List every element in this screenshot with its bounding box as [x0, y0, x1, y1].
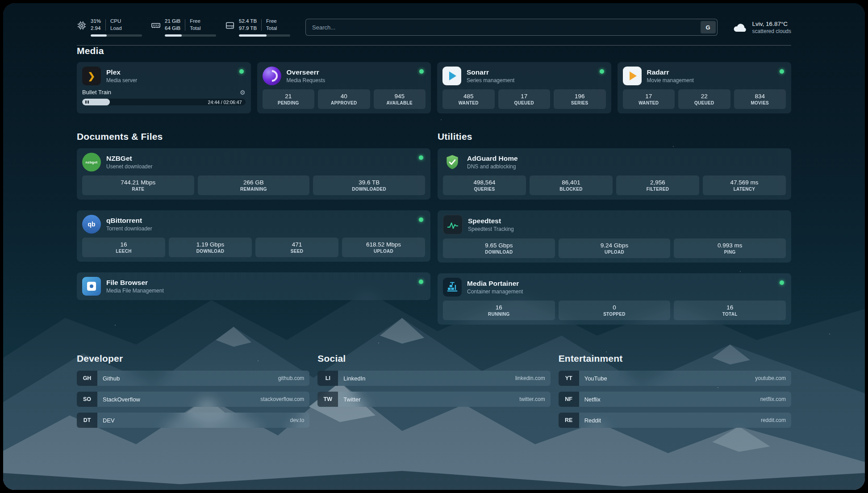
stat-filtered: 2,956FILTERED — [616, 175, 699, 195]
stat-running: 16RUNNING — [443, 301, 555, 320]
bookmarks-developer: Developer GH Github github.com SO StackO… — [77, 353, 309, 428]
bookmark-linkedin[interactable]: LI LinkedIn linkedin.com — [317, 371, 550, 386]
pause-button[interactable] — [85, 100, 89, 104]
bookmark-name: DEV — [103, 417, 115, 424]
stat-pending: 21PENDING — [263, 89, 315, 109]
ram-total-label: Total — [190, 25, 200, 32]
now-playing-title: Bullet Train — [82, 89, 111, 96]
bookmark-abbr: YT — [559, 371, 579, 386]
search-input[interactable] — [306, 24, 699, 31]
stat-available: 945AVAILABLE — [374, 89, 426, 109]
search-provider-button[interactable]: G — [701, 21, 716, 33]
bookmark-stackoverflow[interactable]: SO StackOverflow stackoverflow.com — [77, 392, 309, 407]
cpu-load-value: 2.94 — [91, 25, 101, 32]
playback-time: 24:44 / 02:06:47 — [208, 100, 242, 105]
section-title-entertainment: Entertainment — [559, 353, 791, 364]
cloud-icon — [733, 21, 748, 33]
service-card-adguard[interactable]: AdGuard Home DNS and adblocking 498,564Q… — [438, 148, 791, 200]
service-subtitle: Usenet downloader — [106, 163, 152, 170]
service-subtitle: Series management — [467, 77, 514, 84]
settings-gear-icon[interactable]: ⚙ — [240, 89, 246, 96]
service-card-plex[interactable]: Plex Media server Bullet Train ⚙ 24:44 /… — [77, 62, 251, 113]
bookmark-github[interactable]: GH Github github.com — [77, 371, 309, 386]
bookmark-url: twitter.com — [519, 396, 545, 402]
cpu-usage-bar — [91, 34, 142, 37]
service-name: NZBGet — [106, 155, 152, 163]
portainer-icon — [443, 278, 462, 297]
bookmark-url: youtube.com — [755, 375, 786, 381]
bookmark-abbr: NF — [559, 392, 579, 407]
ram-monitor: 21 GiB 64 GiB Free Total — [151, 18, 216, 36]
service-card-speedtest[interactable]: Speedtest Speedtest Tracking 9.65 GbpsDO… — [438, 210, 791, 263]
section-title-media: Media — [77, 46, 791, 56]
stat-download: 1.19 GbpsDOWNLOAD — [169, 238, 252, 257]
service-card-radarr[interactable]: Radarr Movie management 17WANTED 22QUEUE… — [618, 62, 792, 113]
disk-free-label: Free — [266, 18, 277, 25]
bookmark-reddit[interactable]: RE Reddit reddit.com — [559, 413, 791, 428]
service-name: File Browser — [106, 279, 164, 287]
stat-rate: 744.21 MbpsRATE — [82, 175, 194, 195]
disk-monitor: 52.4 TB 97.9 TB Free Total — [225, 18, 290, 36]
service-card-portainer[interactable]: Media Portainer Container management 16R… — [438, 273, 791, 325]
disk-total-label: Total — [266, 25, 277, 32]
bookmark-abbr: GH — [77, 371, 97, 386]
bookmark-name: Github — [103, 375, 120, 382]
stat-downloaded: 39.6 TBDOWNLOADED — [313, 175, 425, 195]
weather-location: Lviv, 16.87°C — [752, 21, 791, 27]
stat-stopped: 0STOPPED — [559, 301, 671, 320]
service-subtitle: Movie management — [647, 77, 694, 84]
playback-progress-bar[interactable]: 24:44 / 02:06:47 — [82, 99, 246, 105]
bookmark-name: YouTube — [584, 375, 607, 382]
bookmark-name: LinkedIn — [343, 375, 365, 382]
stat-latency: 47.569 msLATENCY — [703, 175, 786, 195]
service-card-qbittorrent[interactable]: qb qBittorrent Torrent downloader 16LEEC… — [77, 210, 430, 262]
service-card-filebrowser[interactable]: File Browser Media File Management — [77, 272, 430, 300]
bookmark-abbr: LI — [317, 371, 338, 386]
service-subtitle: Speedtest Tracking — [468, 226, 514, 232]
ram-usage-bar — [165, 34, 216, 37]
bookmark-name: Twitter — [343, 396, 360, 403]
disk-icon — [225, 21, 235, 30]
stat-wanted: 17WANTED — [623, 89, 675, 109]
status-dot — [600, 69, 604, 74]
service-name: Plex — [106, 68, 137, 76]
cpu-icon — [77, 21, 87, 30]
section-title-utilities: Utilities — [438, 131, 791, 142]
service-name: Sonarr — [467, 68, 514, 76]
bookmark-dev[interactable]: DT DEV dev.to — [77, 413, 309, 428]
ram-total-value: 64 GiB — [165, 25, 180, 32]
divider — [261, 19, 262, 31]
section-title-social: Social — [317, 353, 550, 364]
weather-widget[interactable]: Lviv, 16.87°C scattered clouds — [733, 21, 791, 34]
cpu-label: CPU — [110, 18, 122, 25]
section-title-documents: Documents & Files — [77, 131, 430, 142]
bookmark-url: dev.to — [290, 417, 305, 423]
stat-blocked: 86,401BLOCKED — [530, 175, 613, 195]
bookmark-netflix[interactable]: NF Netflix netflix.com — [559, 392, 791, 407]
bookmark-abbr: TW — [317, 392, 338, 407]
service-card-sonarr[interactable]: Sonarr Series management 485WANTED 17QUE… — [437, 62, 611, 113]
adguard-icon — [443, 153, 462, 171]
stat-total: 16TOTAL — [674, 301, 786, 320]
utilities-section: Utilities AdGuard Home DNS and — [438, 131, 791, 325]
status-dot — [419, 155, 423, 160]
bookmark-twitter[interactable]: TW Twitter twitter.com — [317, 392, 550, 407]
bookmark-url: reddit.com — [761, 417, 786, 423]
stat-queued: 22QUEUED — [678, 89, 730, 109]
service-card-overseerr[interactable]: Overseerr Media Requests 21PENDING 40APP… — [257, 62, 431, 113]
bookmark-url: linkedin.com — [515, 375, 545, 381]
bookmark-youtube[interactable]: YT YouTube youtube.com — [559, 371, 791, 386]
status-dot — [780, 280, 784, 285]
service-subtitle: Media server — [106, 77, 137, 84]
disk-total-value: 97.9 TB — [239, 25, 257, 32]
cpu-load-label: Load — [110, 25, 122, 32]
service-name: AdGuard Home — [467, 155, 518, 163]
bookmark-abbr: RE — [559, 413, 579, 428]
stat-approved: 40APPROVED — [318, 89, 370, 109]
stat-seed: 471SEED — [255, 238, 338, 257]
nzbget-icon: nzbget — [82, 153, 101, 171]
service-name: Media Portainer — [467, 280, 523, 288]
service-card-nzbget[interactable]: nzbget NZBGet Usenet downloader 744.21 M… — [77, 148, 430, 200]
stat-wanted: 485WANTED — [442, 89, 495, 109]
cpu-monitor: 31% 2.94 CPU Load — [77, 18, 142, 36]
